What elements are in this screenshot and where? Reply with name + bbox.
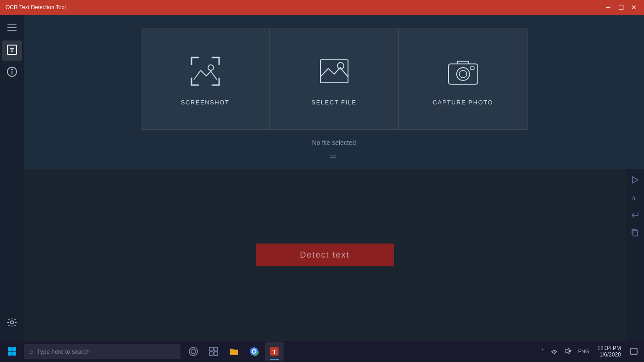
svg-marker-13 (632, 177, 638, 183)
clock-date: 1/6/2020 (598, 351, 621, 358)
taskbar-tray: ˄ ENG 12:34 PM 1/6/2020 (540, 342, 644, 361)
sidebar: T (0, 15, 24, 341)
svg-point-21 (189, 347, 197, 356)
svg-rect-20 (12, 352, 17, 356)
svg-text:T: T (273, 349, 276, 355)
svg-point-10 (457, 68, 470, 80)
language-indicator[interactable]: ENG (576, 348, 591, 355)
sidebar-item-text-tool[interactable]: T (2, 40, 22, 61)
taskbar-ocr-app[interactable]: T (265, 342, 284, 361)
notification-button[interactable] (627, 342, 640, 361)
search-icon: ⌕ (29, 348, 33, 355)
settings-icon (6, 316, 18, 331)
svg-marker-34 (565, 348, 569, 354)
sidebar-item-settings[interactable] (2, 313, 22, 333)
status-area: No file selected ═ (312, 139, 356, 161)
start-button[interactable] (0, 341, 24, 362)
main-content: SCREENSHOT SELECT FILE (24, 15, 644, 341)
output-text-area: Detect text (24, 169, 626, 341)
capture-photo-card[interactable]: CAPTURE PHOTO (399, 29, 528, 130)
svg-rect-23 (209, 347, 213, 351)
sidebar-item-info[interactable] (2, 63, 22, 83)
select-file-card[interactable]: SELECT FILE (270, 29, 399, 130)
separator: ═ (312, 152, 356, 161)
detect-text-button[interactable]: Detect text (256, 244, 394, 266)
hamburger-icon (7, 30, 17, 31)
taskbar-cortana[interactable] (184, 342, 203, 361)
menu-button[interactable] (3, 18, 21, 37)
select-file-label: SELECT FILE (312, 99, 357, 106)
text-tool-icon: T (6, 43, 18, 58)
hamburger-icon (7, 24, 17, 25)
sidebar-nav: T (2, 40, 22, 313)
svg-point-30 (253, 350, 255, 353)
copy-action[interactable] (627, 225, 642, 240)
title-bar: OCR Text Detection Tool ─ ☐ ✕ (0, 0, 644, 15)
svg-rect-16 (633, 230, 638, 236)
capture-photo-icon (445, 53, 482, 92)
output-sidebar: A + (626, 169, 644, 341)
enter-action[interactable] (627, 207, 642, 222)
svg-point-11 (459, 70, 467, 78)
svg-point-6 (208, 65, 214, 70)
hamburger-icon (7, 27, 17, 28)
input-methods: SCREENSHOT SELECT FILE (127, 29, 541, 130)
svg-text:T: T (10, 46, 14, 53)
taskbar-search[interactable]: ⌕ Type here to search (24, 344, 180, 359)
volume-icon[interactable] (563, 346, 574, 356)
app-body: T (0, 15, 644, 341)
svg-rect-24 (214, 347, 218, 351)
svg-point-5 (11, 321, 14, 324)
capture-photo-label: CAPTURE PHOTO (433, 99, 493, 106)
screenshot-card[interactable]: SCREENSHOT (141, 29, 270, 130)
app-title: OCR Text Detection Tool (6, 4, 66, 11)
svg-rect-19 (8, 352, 12, 356)
svg-point-22 (191, 349, 196, 354)
taskbar-apps: T (180, 342, 540, 361)
close-button[interactable]: ✕ (629, 3, 638, 12)
maximize-button[interactable]: ☐ (616, 3, 626, 12)
minimize-button[interactable]: ─ (603, 3, 613, 12)
info-icon (6, 65, 18, 80)
tray-chevron[interactable]: ˄ (540, 348, 546, 356)
window-controls: ─ ☐ ✕ (603, 3, 638, 12)
svg-rect-25 (209, 352, 213, 356)
no-file-text: No file selected (312, 139, 356, 146)
svg-rect-17 (8, 347, 12, 351)
network-icon[interactable] (549, 346, 560, 356)
run-action[interactable] (627, 172, 642, 187)
screenshot-label: SCREENSHOT (181, 99, 229, 106)
svg-point-33 (553, 353, 555, 355)
system-clock[interactable]: 12:34 PM 1/6/2020 (594, 344, 625, 359)
taskbar: ⌕ Type here to search (0, 341, 644, 362)
svg-rect-12 (470, 67, 474, 69)
taskbar-file-explorer[interactable] (225, 342, 243, 361)
select-file-icon (316, 53, 353, 92)
format-text-action[interactable]: A + (627, 190, 642, 205)
taskbar-task-view[interactable] (204, 342, 223, 361)
search-placeholder: Type here to search (37, 348, 90, 355)
svg-rect-35 (631, 348, 637, 355)
svg-text:+: + (635, 195, 637, 199)
svg-rect-26 (214, 352, 218, 356)
svg-point-4 (12, 69, 12, 70)
svg-rect-18 (12, 347, 17, 351)
screenshot-icon (187, 53, 224, 92)
output-area: Detect text A + (24, 169, 644, 341)
taskbar-chrome[interactable] (245, 342, 263, 361)
clock-time: 12:34 PM (598, 345, 621, 351)
